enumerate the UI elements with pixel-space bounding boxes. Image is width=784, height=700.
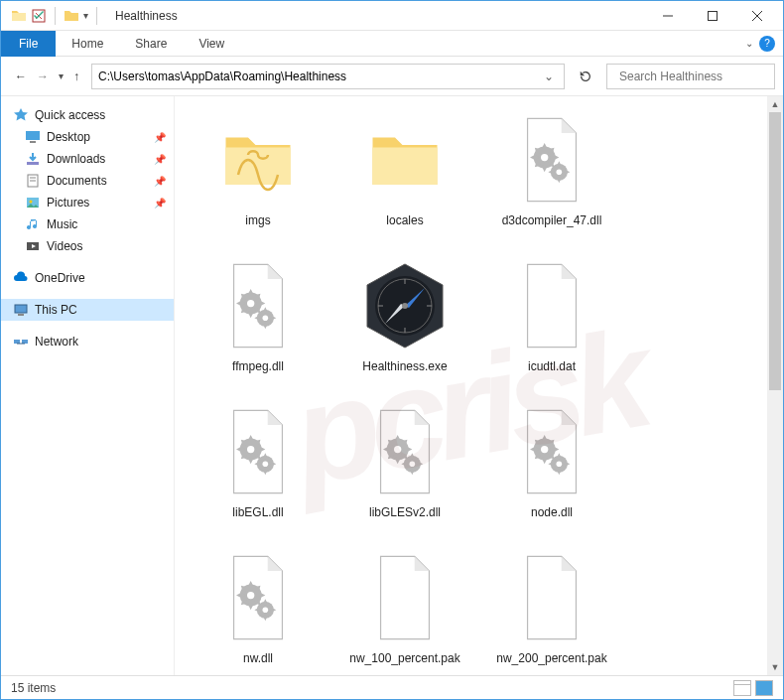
svg-point-54 [263, 607, 269, 613]
file-tab[interactable]: File [1, 31, 56, 57]
address-bar[interactable]: ⌄ [91, 64, 565, 89]
file-label: nw_100_percent.pak [349, 651, 459, 665]
svg-point-22 [541, 154, 548, 161]
search-input[interactable] [619, 70, 768, 83]
sidebar-item-downloads[interactable]: Downloads📌 [1, 148, 174, 170]
qat-dropdown-icon[interactable]: ▾ [83, 10, 88, 21]
navbar: ← → ▾ ↑ ⌄ [1, 57, 783, 96]
videos-icon [25, 238, 41, 254]
svg-point-24 [557, 169, 563, 175]
file-item[interactable]: icudtl.dat [478, 252, 625, 398]
svg-point-26 [247, 300, 254, 307]
close-button[interactable] [734, 2, 779, 30]
pictures-icon [25, 195, 41, 210]
history-dropdown-icon[interactable]: ▾ [59, 70, 64, 81]
sidebar-network[interactable]: Network [1, 331, 174, 352]
file-item[interactable]: ffmpeg.dll [185, 252, 331, 398]
forward-button[interactable]: → [37, 70, 49, 83]
sidebar-item-desktop[interactable]: Desktop📌 [1, 126, 174, 148]
titlebar: ▾ Healthiness [1, 1, 783, 31]
properties-icon[interactable] [31, 8, 47, 24]
file-item[interactable]: nw_100_percent.pak [331, 544, 478, 675]
pc-icon [13, 302, 29, 318]
file-thumb [504, 550, 599, 645]
maximize-button[interactable] [690, 2, 734, 30]
pin-icon: 📌 [154, 176, 166, 187]
file-thumb [504, 112, 599, 208]
desktop-icon [25, 129, 41, 145]
documents-icon [25, 173, 41, 189]
file-item[interactable]: node.dll [478, 398, 625, 544]
svg-rect-19 [22, 340, 28, 344]
details-view-icon[interactable] [733, 680, 751, 696]
file-label: icudtl.dat [528, 359, 576, 373]
tab-share[interactable]: Share [119, 32, 183, 56]
file-thumb [357, 258, 453, 353]
file-grid: imgslocalesd3dcompiler_47.dllffmpeg.dllH… [185, 106, 757, 675]
window-buttons [645, 2, 779, 30]
sidebar-item-videos[interactable]: Videos [1, 235, 174, 257]
file-item[interactable]: libEGL.dll [185, 398, 331, 544]
body: Quick access Desktop📌Downloads📌Documents… [1, 96, 783, 675]
minimize-button[interactable] [645, 2, 690, 30]
svg-rect-7 [26, 131, 40, 140]
file-label: d3dcompiler_47.dll [502, 213, 602, 227]
tab-view[interactable]: View [183, 32, 240, 56]
svg-point-40 [247, 446, 254, 453]
svg-point-50 [557, 461, 563, 467]
file-item[interactable]: nw.dll [185, 544, 331, 675]
star-icon [13, 107, 29, 123]
file-item[interactable]: locales [331, 106, 478, 252]
svg-point-28 [263, 315, 269, 321]
status-item-count: 15 items [11, 681, 56, 695]
content-pane[interactable]: pcrisk imgslocalesd3dcompiler_47.dllffmp… [175, 96, 767, 675]
svg-rect-9 [27, 162, 39, 165]
pin-icon: 📌 [154, 132, 166, 143]
svg-point-48 [541, 446, 548, 453]
svg-point-42 [263, 461, 269, 467]
svg-rect-8 [30, 141, 36, 143]
svg-point-38 [402, 303, 408, 309]
file-item[interactable]: d3dcompiler_47.dll [478, 106, 625, 252]
up-button[interactable]: ↑ [73, 70, 79, 83]
file-thumb [357, 550, 453, 645]
scroll-down-icon[interactable]: ▼ [767, 659, 783, 675]
pin-icon: 📌 [154, 198, 166, 209]
window-title: Healthiness [115, 9, 178, 23]
sidebar: Quick access Desktop📌Downloads📌Documents… [1, 96, 175, 675]
sidebar-item-documents[interactable]: Documents📌 [1, 170, 174, 192]
ribbon-expand-icon[interactable]: ⌄ [745, 38, 753, 49]
sidebar-this-pc[interactable]: This PC [1, 299, 174, 321]
sidebar-item-music[interactable]: Music [1, 213, 174, 235]
svg-point-44 [394, 446, 401, 453]
downloads-icon [25, 151, 41, 167]
file-item[interactable]: libGLESv2.dll [331, 398, 478, 544]
svg-point-14 [30, 201, 33, 204]
file-thumb [210, 112, 306, 208]
refresh-button[interactable] [571, 64, 600, 89]
file-label: imgs [245, 213, 270, 227]
vertical-scrollbar[interactable]: ▲ ▼ [767, 96, 783, 675]
address-input[interactable] [98, 70, 540, 83]
sidebar-quick-access[interactable]: Quick access [1, 104, 174, 126]
file-label: node.dll [531, 505, 573, 519]
search-box[interactable] [606, 64, 775, 89]
address-dropdown-icon[interactable]: ⌄ [540, 70, 558, 83]
scroll-up-icon[interactable]: ▲ [767, 96, 783, 112]
file-thumb [357, 112, 453, 208]
sidebar-item-pictures[interactable]: Pictures📌 [1, 192, 174, 213]
svg-point-46 [410, 461, 416, 467]
file-item[interactable]: Healthiness.exe [331, 252, 478, 398]
help-icon[interactable]: ? [759, 36, 775, 52]
large-icons-view-icon[interactable] [755, 680, 773, 696]
quick-access-toolbar: ▾ [5, 7, 107, 25]
svg-point-52 [247, 592, 254, 599]
scroll-thumb[interactable] [769, 112, 781, 390]
file-thumb [504, 404, 599, 499]
back-button[interactable]: ← [15, 70, 27, 83]
sidebar-onedrive[interactable]: OneDrive [1, 267, 174, 289]
tab-home[interactable]: Home [56, 32, 119, 56]
file-thumb [210, 404, 306, 499]
file-item[interactable]: nw_200_percent.pak [478, 544, 625, 675]
file-item[interactable]: imgs [185, 106, 331, 252]
